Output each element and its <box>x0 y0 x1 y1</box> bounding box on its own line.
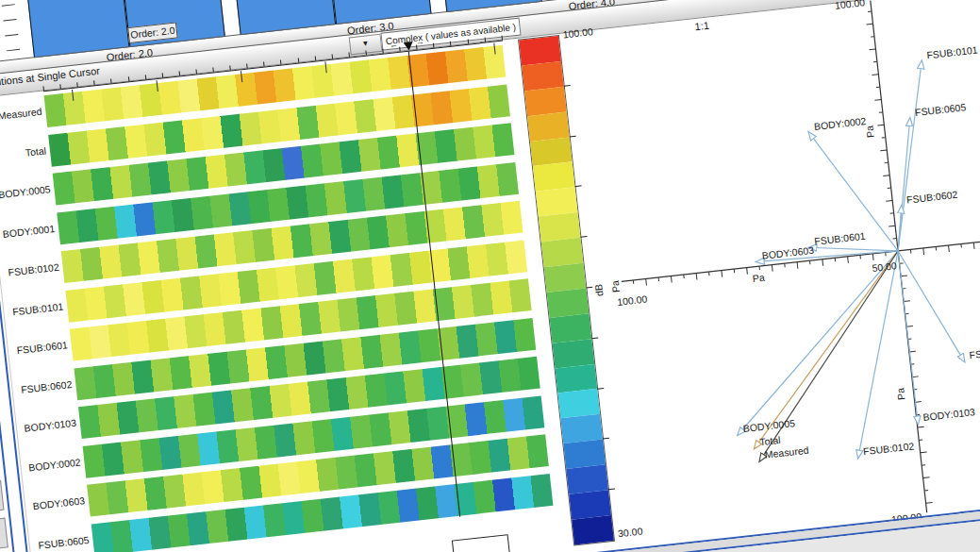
axis-tick <box>886 200 892 201</box>
axis-tick <box>797 262 798 269</box>
axis-tick <box>872 254 873 260</box>
background-window-button <box>0 480 4 512</box>
vector-label: FSUB:0605 <box>914 101 966 118</box>
cursor-handle[interactable] <box>404 42 414 51</box>
vector-arrow[interactable] <box>898 245 964 368</box>
vector-label: FSUB:0102 <box>862 440 914 457</box>
vector-label: BODY:0603 <box>761 244 815 261</box>
axis-tick <box>671 276 672 283</box>
axis-tick <box>883 176 889 176</box>
axis-tick <box>918 427 924 427</box>
axis-tick <box>901 276 907 276</box>
axis-tick <box>869 49 875 50</box>
vector-arrow[interactable] <box>884 119 924 251</box>
vector-plot[interactable]: FSUB:0101FSUB:0605BODY:0002FSUB:0602FSUB… <box>536 0 980 552</box>
vector-label: BODY:0103 <box>922 406 976 423</box>
axis-tick <box>867 24 873 25</box>
vector-label: FSUB:0601 <box>814 230 866 247</box>
axis-tick <box>822 259 823 266</box>
background-window-button <box>0 518 8 550</box>
polar-axis-max-left: 100.00 <box>617 293 648 307</box>
vector-label: FS <box>969 348 980 360</box>
axis-tick <box>949 245 950 252</box>
axis-tick <box>926 503 933 504</box>
axis-tick <box>904 301 910 302</box>
axis-tick <box>923 477 930 478</box>
cursor-left-arrow-icon[interactable]: ← <box>389 40 398 50</box>
vector-label: FSUB:0602 <box>906 189 958 206</box>
rotated-app-window: Order: 2.0 Order: 3.0 Order: 4.0 Order: … <box>0 0 980 552</box>
polar-unit-left: Pa <box>752 272 765 284</box>
axis-tick <box>880 150 887 151</box>
chevron-down-icon: ▼ <box>361 39 370 48</box>
polar-unit-bottom: Pa <box>894 387 906 400</box>
polar-unit-top: Pa <box>863 125 875 138</box>
vector-plot-axes <box>594 0 980 544</box>
axis-tick <box>722 271 723 277</box>
vector-label: BODY:0002 <box>813 115 867 132</box>
axis-tick <box>872 75 878 75</box>
axis-tick <box>646 278 647 285</box>
vector-plot-axis-right <box>898 216 980 251</box>
axis-tick <box>973 243 974 249</box>
screenshot-viewport: Order: 2.0 Order: 3.0 Order: 4.0 Order: … <box>0 0 980 552</box>
axis-tick <box>874 100 881 101</box>
axis-tick <box>889 226 895 226</box>
vector-arrow[interactable] <box>720 251 916 435</box>
polar-axis-max-top: 100.00 <box>834 0 865 11</box>
axis-tick <box>747 268 748 275</box>
vector-label: FSUB:0101 <box>926 43 978 60</box>
axis-tick <box>772 265 772 272</box>
vector-label: Total <box>759 434 781 447</box>
axis-tick <box>921 452 927 453</box>
axis-tick <box>848 257 849 263</box>
vector-label: Measured <box>764 444 809 460</box>
vector-plot-labels: FSUB:0101FSUB:0605BODY:0002FSUB:0602FSUB… <box>587 0 980 552</box>
axis-tick <box>906 326 913 326</box>
axis-tick <box>696 274 697 280</box>
axis-tick <box>877 125 884 125</box>
axis-tick <box>923 248 924 255</box>
cursor-right-arrow-icon[interactable]: → <box>415 37 424 47</box>
